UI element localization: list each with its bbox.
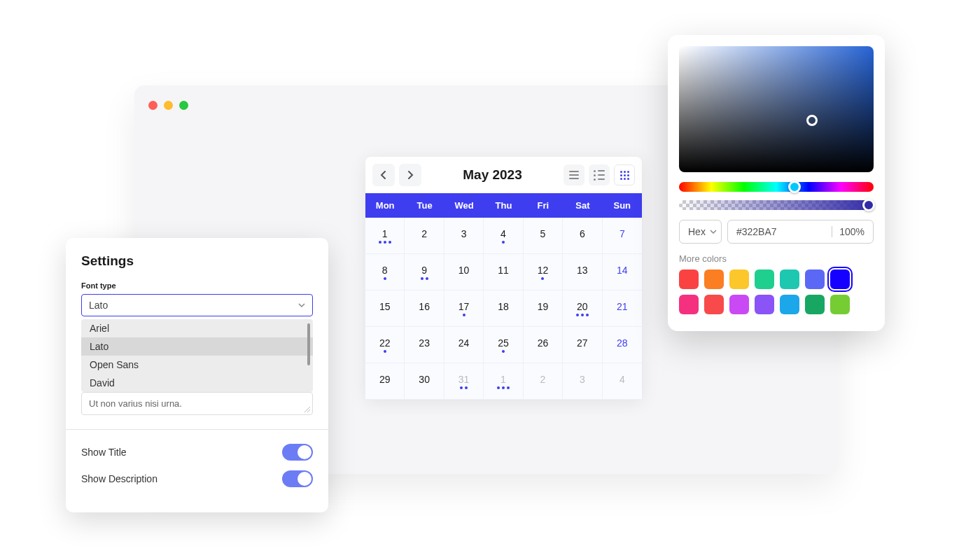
color-swatch[interactable] <box>780 295 799 314</box>
calendar-day[interactable]: 6 <box>563 218 602 254</box>
calendar-day[interactable]: 29 <box>365 363 405 400</box>
color-swatch[interactable] <box>780 270 799 289</box>
color-picker: Hex #322BA7 100% More colors <box>668 35 885 331</box>
calendar-nav <box>372 164 421 186</box>
hex-input[interactable]: #322BA7 100% <box>727 220 874 244</box>
calendar-day[interactable]: 30 <box>405 363 444 400</box>
hue-slider[interactable] <box>679 182 874 192</box>
calendar-day[interactable]: 18 <box>484 290 523 327</box>
calendar-day[interactable]: 3 <box>444 218 484 254</box>
divider <box>66 429 328 430</box>
calendar-day[interactable]: 4 <box>484 218 523 254</box>
chevron-down-icon <box>710 228 717 235</box>
calendar-day[interactable]: 25 <box>484 327 523 363</box>
window-close-icon[interactable] <box>148 101 158 110</box>
color-swatch[interactable] <box>704 270 724 289</box>
font-option[interactable]: Open Sans <box>81 356 313 374</box>
calendar-prev-button[interactable] <box>372 164 395 186</box>
dropdown-scrollbar[interactable] <box>307 323 310 365</box>
swatch-row <box>679 270 874 289</box>
calendar-grid: MonTueWedThuFriSatSun 123456789101112131… <box>365 193 642 400</box>
show-description-toggle[interactable] <box>282 470 313 487</box>
calendar-day[interactable]: 16 <box>405 290 444 327</box>
view-month-button[interactable] <box>614 164 635 186</box>
toggle-knob <box>298 472 312 486</box>
calendar-day[interactable]: 28 <box>603 327 642 363</box>
color-swatch[interactable] <box>830 270 850 289</box>
settings-title: Settings <box>81 253 313 269</box>
view-list-button[interactable] <box>589 164 610 186</box>
font-dropdown-list: ArielLatoOpen SansDavid <box>81 319 313 392</box>
calendar-day[interactable]: 1 <box>484 363 523 400</box>
chevron-left-icon <box>380 171 387 179</box>
calendar-day[interactable]: 10 <box>444 254 484 290</box>
calendar-day[interactable]: 12 <box>524 254 563 290</box>
swatch-row <box>679 295 874 314</box>
calendar-title: May 2023 <box>421 167 564 183</box>
calendar-day[interactable]: 9 <box>405 254 444 290</box>
calendar-day[interactable]: 3 <box>563 363 602 400</box>
calendar-day[interactable]: 22 <box>365 327 405 363</box>
calendar-next-button[interactable] <box>399 164 421 186</box>
calendar-day[interactable]: 2 <box>405 218 444 254</box>
more-colors-label: More colors <box>679 253 874 264</box>
calendar-days-header: MonTueWedThuFriSatSun <box>365 193 642 218</box>
hue-cursor[interactable] <box>788 181 801 193</box>
calendar-header: May 2023 <box>365 157 642 193</box>
calendar-day[interactable]: 26 <box>524 327 563 363</box>
calendar-day[interactable]: 20 <box>563 290 602 327</box>
color-swatch[interactable] <box>805 295 825 314</box>
calendar-day[interactable]: 7 <box>603 218 642 254</box>
color-swatch[interactable] <box>755 270 774 289</box>
font-option[interactable]: Ariel <box>81 319 313 337</box>
view-agenda-button[interactable] <box>564 164 584 186</box>
calendar-day[interactable]: 5 <box>524 218 563 254</box>
calendar-day[interactable]: 13 <box>563 254 602 290</box>
color-swatch[interactable] <box>679 270 699 289</box>
color-gradient-area[interactable] <box>679 46 874 172</box>
calendar-day[interactable]: 23 <box>405 327 444 363</box>
calendar-day[interactable]: 21 <box>603 290 642 327</box>
font-option[interactable]: David <box>81 374 313 392</box>
color-swatch[interactable] <box>805 270 825 289</box>
calendar: May 2023 MonTueWedThuFriSatSun <box>365 157 642 400</box>
day-name: Sat <box>563 193 602 218</box>
show-title-toggle[interactable] <box>282 444 313 461</box>
calendar-day[interactable]: 4 <box>603 363 642 400</box>
alpha-cursor[interactable] <box>862 199 875 211</box>
calendar-day[interactable]: 2 <box>524 363 563 400</box>
window-maximize-icon[interactable] <box>179 101 188 110</box>
font-option[interactable]: Lato <box>81 337 313 356</box>
day-name: Thu <box>484 193 523 218</box>
color-swatch[interactable] <box>704 295 724 314</box>
calendar-day[interactable]: 24 <box>444 327 484 363</box>
calendar-day[interactable]: 15 <box>365 290 405 327</box>
color-swatch[interactable] <box>830 295 850 314</box>
color-swatch[interactable] <box>729 270 749 289</box>
traffic-lights <box>148 101 188 110</box>
calendar-day[interactable]: 8 <box>365 254 405 290</box>
color-swatch[interactable] <box>755 295 774 314</box>
calendar-day[interactable]: 31 <box>444 363 484 400</box>
description-textarea[interactable]: Ut non varius nisi urna. <box>81 392 313 415</box>
color-swatch[interactable] <box>679 295 699 314</box>
day-name: Fri <box>524 193 563 218</box>
settings-panel: Settings Font type Lato ArielLatoOpen Sa… <box>66 238 328 512</box>
color-swatch[interactable] <box>729 295 749 314</box>
opacity-value: 100% <box>839 226 864 237</box>
color-format-select[interactable]: Hex <box>679 220 722 244</box>
alpha-slider[interactable] <box>679 200 874 210</box>
calendar-days: 1234567891011121314151617181920212223242… <box>365 218 642 400</box>
font-type-select[interactable]: Lato <box>81 294 313 316</box>
calendar-day[interactable]: 17 <box>444 290 484 327</box>
window-minimize-icon[interactable] <box>164 101 173 110</box>
font-type-value: Lato <box>89 300 108 311</box>
calendar-day[interactable]: 27 <box>563 327 602 363</box>
resize-handle-icon[interactable] <box>304 406 311 413</box>
gradient-cursor[interactable] <box>806 115 818 126</box>
font-type-label: Font type <box>81 281 313 290</box>
calendar-day[interactable]: 11 <box>484 254 523 290</box>
calendar-day[interactable]: 1 <box>365 218 405 254</box>
calendar-day[interactable]: 14 <box>603 254 642 290</box>
calendar-day[interactable]: 19 <box>524 290 563 327</box>
